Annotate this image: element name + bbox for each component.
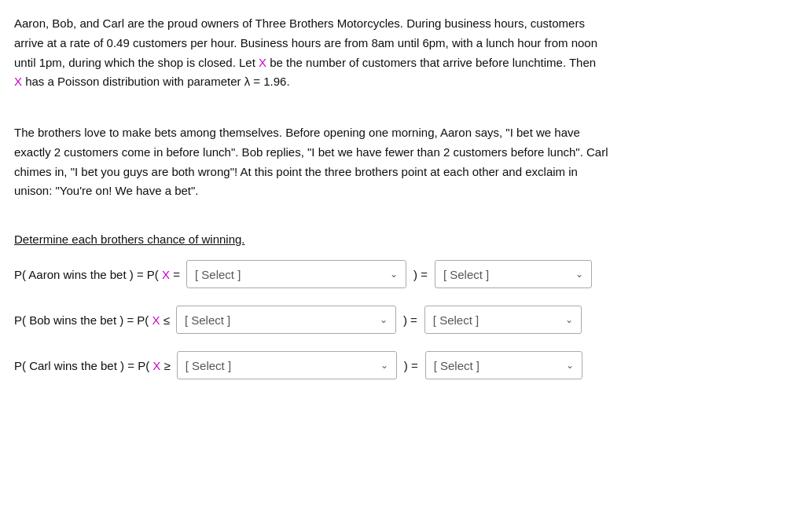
aaron-label: P( Aaron wins the bet ) = P( X = <box>14 268 180 281</box>
bob-select-1-text: [ Select ] <box>185 313 373 327</box>
para1-line1: Aaron, Bob, and Carl are the proud owner… <box>14 16 585 30</box>
paragraph-2: The brothers love to make bets among the… <box>14 123 784 201</box>
bob-select-2-chevron-icon: ⌄ <box>565 314 573 325</box>
bob-select-1-chevron-icon: ⌄ <box>380 314 388 325</box>
aaron-select-2-text: [ Select ] <box>443 268 569 281</box>
para2-line2: exactly 2 customers come in before lunch… <box>14 145 608 159</box>
para2-line3: chimes in, "I bet you guys are both wron… <box>14 165 578 178</box>
bob-select-1[interactable]: [ Select ] ⌄ <box>176 306 396 334</box>
carl-select-2-chevron-icon: ⌄ <box>566 360 574 371</box>
aaron-paren-close: ) = <box>413 268 428 281</box>
para1-line3-prefix: until 1pm, during which the shop is clos… <box>14 56 259 69</box>
carl-label: P( Carl wins the bet ) = P( X ≥ <box>14 359 171 372</box>
carl-select-1-chevron-icon: ⌄ <box>380 360 388 371</box>
bob-select-2[interactable]: [ Select ] ⌄ <box>424 306 582 334</box>
main-content: Aaron, Bob, and Carl are the proud owner… <box>14 14 784 379</box>
para1-x2: X <box>14 75 22 88</box>
carl-select-1-text: [ Select ] <box>186 359 374 372</box>
carl-select-1[interactable]: [ Select ] ⌄ <box>177 351 397 379</box>
carl-row: P( Carl wins the bet ) = P( X ≥ [ Select… <box>14 351 784 379</box>
aaron-select-1[interactable]: [ Select ] ⌄ <box>186 260 406 288</box>
aaron-select-2[interactable]: [ Select ] ⌄ <box>435 260 592 288</box>
para2-line1: The brothers love to make bets among the… <box>14 126 580 139</box>
aaron-select-1-text: [ Select ] <box>195 268 384 281</box>
carl-select-2[interactable]: [ Select ] ⌄ <box>425 351 582 379</box>
bob-select-2-text: [ Select ] <box>433 313 559 327</box>
bob-label: P( Bob wins the bet ) = P( X ≤ <box>14 313 170 327</box>
carl-paren-close: ) = <box>404 359 418 372</box>
aaron-select-2-chevron-icon: ⌄ <box>575 269 583 280</box>
aaron-row: P( Aaron wins the bet ) = P( X = [ Selec… <box>14 260 784 288</box>
carl-select-2-text: [ Select ] <box>434 359 560 372</box>
aaron-select-1-chevron-icon: ⌄ <box>390 269 398 280</box>
para1-x1: X <box>259 56 266 69</box>
bob-paren-close: ) = <box>403 313 417 327</box>
para1-line2: arrive at a rate of 0.49 customers per h… <box>14 36 597 49</box>
paragraph-1: Aaron, Bob, and Carl are the proud owner… <box>14 14 784 92</box>
bob-row: P( Bob wins the bet ) = P( X ≤ [ Select … <box>14 306 784 334</box>
para2-line4: unison: "You're on! We have a bet". <box>14 184 199 197</box>
determine-label: Determine each brothers chance of winnin… <box>14 233 784 246</box>
para1-line3-mid: be the number of customers that arrive b… <box>266 56 596 69</box>
para1-line4-suffix: has a Poisson distribution with paramete… <box>22 75 290 88</box>
